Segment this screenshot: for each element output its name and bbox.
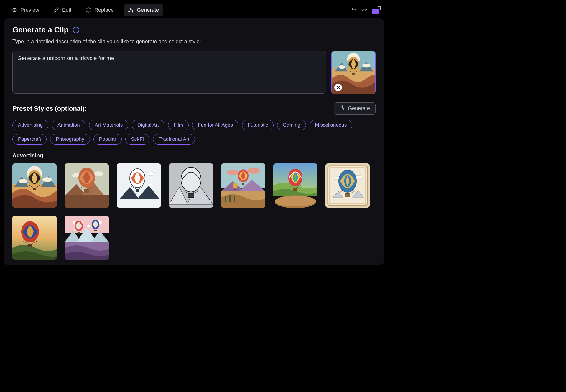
svg-point-27 <box>147 172 155 176</box>
tab-replace[interactable]: Replace <box>81 4 118 16</box>
tab-generate-label: Generate <box>137 7 159 13</box>
svg-point-13 <box>19 179 27 183</box>
reference-thumbnail[interactable]: ✕ <box>331 51 376 94</box>
svg-rect-75 <box>78 232 80 234</box>
svg-point-52 <box>275 196 316 206</box>
svg-rect-47 <box>242 183 244 185</box>
chip-futuristic[interactable]: Futuristic <box>242 120 274 130</box>
style-thumb[interactable] <box>273 163 317 208</box>
chip-popular[interactable]: Popular <box>93 134 122 145</box>
svg-point-48 <box>233 183 238 188</box>
toolbar-right <box>351 6 381 14</box>
style-thumb[interactable] <box>221 163 265 208</box>
chip-fun-all-ages[interactable]: Fun for All Ages <box>192 120 238 130</box>
tab-edit[interactable]: Edit <box>49 4 76 16</box>
generate-panel: Generate a Clip i Type in a detailed des… <box>4 18 384 265</box>
panel-title: Generate a Clip <box>12 25 69 34</box>
sparkle-icon <box>128 7 134 13</box>
tab-replace-label: Replace <box>94 7 114 13</box>
preset-styles-title: Preset Styles (optional): <box>12 105 87 113</box>
tab-generate[interactable]: Generate <box>124 4 163 16</box>
gallery-section-label: Advertising <box>12 152 376 159</box>
category-chips: Advertising Animation Art Materials Digi… <box>12 120 376 145</box>
chip-animation[interactable]: Animation <box>52 120 85 130</box>
sparkle-icon <box>340 105 345 112</box>
generate-button[interactable]: Generate <box>334 102 376 115</box>
prompt-input[interactable] <box>12 51 326 94</box>
chip-traditional[interactable]: Traditional Art <box>153 134 195 145</box>
generate-button-label: Generate <box>348 105 370 112</box>
style-thumb[interactable] <box>117 163 161 208</box>
tab-edit-label: Edit <box>62 7 71 13</box>
top-toolbar: Preview Edit Replace Generate <box>4 3 384 17</box>
layer-swap-button[interactable] <box>372 6 381 14</box>
style-thumbnail-grid <box>12 163 376 260</box>
svg-point-44 <box>247 168 260 174</box>
svg-point-14 <box>42 177 52 182</box>
tab-preview[interactable]: Preview <box>7 4 44 16</box>
svg-rect-16 <box>33 188 36 190</box>
remove-reference-button[interactable]: ✕ <box>334 84 342 91</box>
svg-point-0 <box>14 9 15 11</box>
style-thumb[interactable] <box>169 163 213 208</box>
svg-rect-23 <box>84 189 89 193</box>
style-thumb[interactable] <box>12 216 57 260</box>
chip-gaming[interactable]: Gaming <box>277 120 306 130</box>
chip-miscellaneous[interactable]: Miscellaneous <box>310 120 353 130</box>
chip-digital-art[interactable]: Digital Art <box>132 120 164 130</box>
svg-rect-68 <box>28 244 32 247</box>
chip-art-materials[interactable]: Art Materials <box>89 120 128 130</box>
style-thumb[interactable] <box>12 163 57 208</box>
svg-point-4 <box>338 65 345 69</box>
svg-point-43 <box>227 170 239 175</box>
svg-point-5 <box>362 64 370 68</box>
svg-rect-54 <box>293 188 297 191</box>
pencil-icon <box>53 7 59 13</box>
eye-icon <box>11 7 17 13</box>
style-thumb[interactable] <box>65 216 109 260</box>
refresh-icon <box>85 7 91 13</box>
svg-rect-49 <box>234 189 236 190</box>
svg-rect-29 <box>136 189 139 192</box>
style-thumb[interactable] <box>325 163 370 208</box>
tab-preview-label: Preview <box>20 7 39 13</box>
info-icon[interactable]: i <box>73 27 79 33</box>
undo-button[interactable] <box>351 7 357 13</box>
panel-subtitle: Type in a detailed description of the cl… <box>12 39 376 45</box>
style-thumb[interactable] <box>65 163 109 208</box>
chip-papercraft[interactable]: Papercraft <box>12 134 47 145</box>
chip-film[interactable]: Film <box>168 120 189 130</box>
svg-rect-39 <box>188 193 194 198</box>
redo-button[interactable] <box>361 7 368 13</box>
chip-advertising[interactable]: Advertising <box>12 120 48 130</box>
svg-rect-77 <box>94 230 97 231</box>
svg-point-21 <box>94 171 103 176</box>
chip-photography[interactable]: Photography <box>50 134 90 145</box>
chip-sci-fi[interactable]: Sci-Fi <box>125 134 149 145</box>
svg-rect-7 <box>352 73 355 75</box>
svg-rect-63 <box>345 193 350 197</box>
